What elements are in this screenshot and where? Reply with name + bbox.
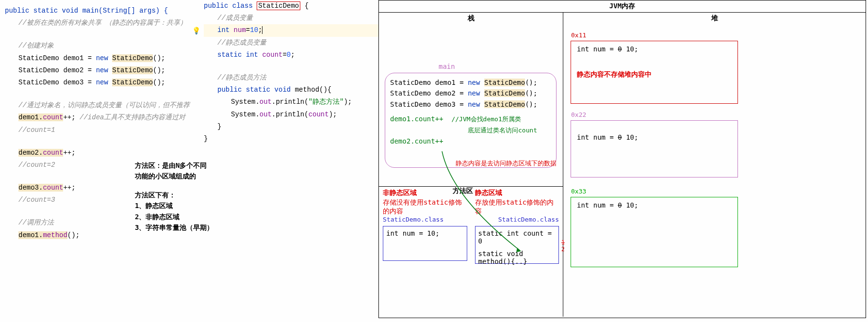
heap-object-0x22: 0x22 int num = 0 10; xyxy=(571,120,738,177)
main-stack-frame: main StaticDemo demo1 = new StaticDemo()… xyxy=(385,73,557,168)
stack-column: 栈 main StaticDemo demo1 = new StaticDemo… xyxy=(379,12,563,317)
heap-column: 堆 0x11 int num = 0 10; 静态内容不存储堆内容中 0x22 … xyxy=(563,12,866,317)
lightbulb-icon[interactable]: 💡 xyxy=(192,25,200,37)
heap-object-0x11: 0x11 int num = 0 10; 静态内容不存储堆内容中 xyxy=(571,41,738,104)
heap-object-0x33: 0x33 int num = 0 10; xyxy=(571,197,738,267)
middle-code-block: public class StaticDemo { //成员变量 💡 int n… xyxy=(204,0,378,145)
jvm-memory-diagram: JVM内存 栈 main StaticDemo demo1 = new Stat… xyxy=(378,0,866,318)
method-area-notes: 方法区：是由N多个不同功能的小区域组成的 方法区下有： 1、静态区域 2、非静态… xyxy=(135,160,280,233)
method-area: 非静态区域 存储没有使用static修饰的内容 StaticDemo.class… xyxy=(379,186,563,317)
